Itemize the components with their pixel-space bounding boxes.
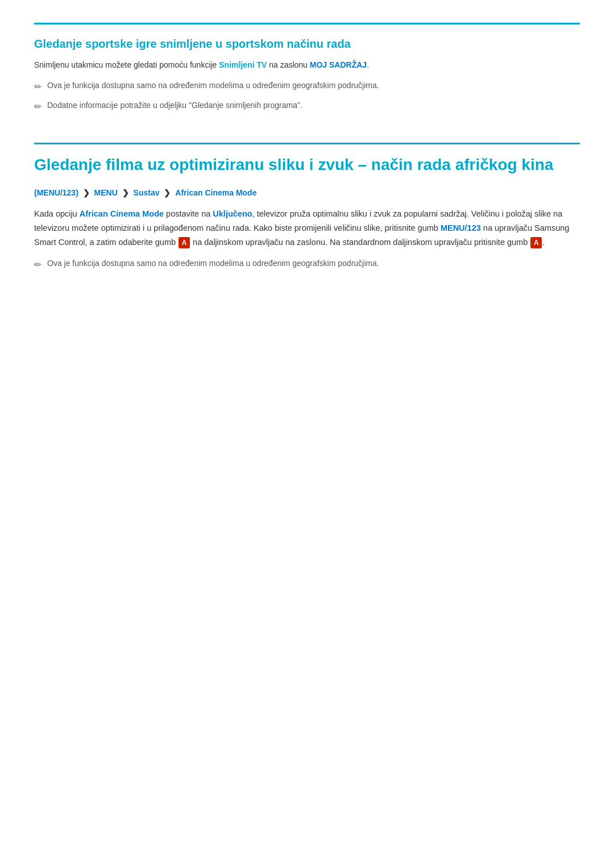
ukljuceno-link[interactable]: Uključeno <box>213 209 252 218</box>
breadcrumb-sep3: ❯ <box>164 188 173 197</box>
breadcrumb-sep2: ❯ <box>122 188 131 197</box>
breadcrumb-item3[interactable]: Sustav <box>134 188 160 197</box>
section2-title: Gledanje filma uz optimiziranu sliku i z… <box>34 155 580 175</box>
moj-sadrzaj-link[interactable]: MOJ SADRŽAJ <box>310 60 367 69</box>
african-cinema-link[interactable]: African Cinema Mode <box>80 209 164 218</box>
button-a-1: A <box>179 237 190 248</box>
breadcrumb-sep1: ❯ <box>83 188 92 197</box>
snimljeni-tv-link[interactable]: Snimljeni TV <box>219 60 267 69</box>
note-text-2: Dodatne informacije potražite u odjeljku… <box>47 99 302 111</box>
subtitle-prefix: Snimljenu utakmicu možete gledati pomoću… <box>34 60 219 69</box>
breadcrumb-item4[interactable]: African Cinema Mode <box>175 188 256 197</box>
section-african-cinema: Gledanje filma uz optimiziranu sliku i z… <box>34 143 580 272</box>
note-item-1: ✏ Ova je funkcija dostupna samo na određ… <box>34 79 580 94</box>
button-a-2: A <box>530 237 542 248</box>
note-item-section2: ✏ Ova je funkcija dostupna samo na određ… <box>34 257 580 272</box>
subtitle-suffix: . <box>367 60 369 69</box>
section-sports: Gledanje sportske igre snimljene u sport… <box>34 23 580 114</box>
section2-body: Kada opciju African Cinema Mode postavit… <box>34 207 580 249</box>
note-item-2: ✏ Dodatne informacije potražite u odjelj… <box>34 99 580 114</box>
note-text-1: Ova je funkcija dostupna samo na određen… <box>47 79 379 92</box>
pencil-icon-3: ✏ <box>34 258 42 272</box>
menu123-link[interactable]: MENU/123 <box>441 223 481 232</box>
pencil-icon-1: ✏ <box>34 80 42 94</box>
breadcrumb-item1[interactable]: (MENU/123) <box>34 188 78 197</box>
breadcrumb: (MENU/123) ❯ MENU ❯ Sustav ❯ African Cin… <box>34 186 580 199</box>
breadcrumb-item2[interactable]: MENU <box>94 188 118 197</box>
section1-subtitle: Snimljenu utakmicu možete gledati pomoću… <box>34 59 580 71</box>
subtitle-middle: na zaslonu <box>267 60 310 69</box>
section1-title: Gledanje sportske igre snimljene u sport… <box>34 35 580 53</box>
note-text-section2: Ova je funkcija dostupna samo na određen… <box>47 257 379 269</box>
pencil-icon-2: ✏ <box>34 99 42 114</box>
